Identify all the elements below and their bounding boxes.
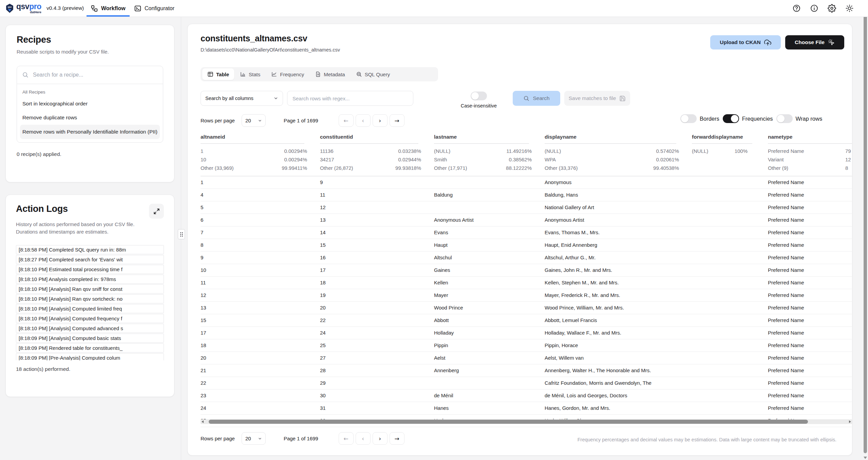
choose-file-button[interactable]: Choose File — [785, 35, 844, 49]
frequencies-toggle[interactable] — [723, 114, 739, 123]
frequency-value: 34217 — [320, 155, 334, 164]
next-page-button[interactable]: › — [373, 432, 388, 445]
cell-displayname: Gaines, John R., Mr. and Mrs. — [545, 264, 692, 276]
log-entry: [8:18:10 PM] [Analysis] Computed limited… — [16, 304, 164, 313]
tab-workflow[interactable]: Workflow — [91, 0, 126, 17]
frequency-line: (NULL)11.49216% — [434, 147, 545, 155]
scroll-left-icon[interactable] — [202, 420, 204, 423]
tab-configurator[interactable]: Configurator — [134, 0, 174, 17]
first-page-button[interactable]: ← — [339, 432, 354, 445]
cell-displayname: Haupt, Enid Annenberg — [545, 239, 692, 251]
horizontal-scrollbar[interactable] — [201, 419, 852, 424]
cell-lastname: Evans — [434, 226, 545, 239]
table-row: 1825PippinPippin, HoracePreferred Name — [201, 339, 852, 352]
cell-nametype: Preferred Name — [768, 314, 852, 326]
expand-icon — [153, 208, 160, 215]
log-entry: [8:18:10 PM] Analysis completed in: 978m… — [16, 275, 164, 284]
expand-logs-button[interactable] — [149, 204, 164, 219]
last-page-button[interactable]: → — [390, 114, 404, 127]
column-header-nametype: nametype — [768, 132, 852, 144]
log-entry: [8:18:58 PM] Completed SQL query run in:… — [16, 245, 164, 254]
first-page-button[interactable]: ← — [339, 114, 354, 127]
rows-per-page-select[interactable]: 20 — [242, 114, 266, 127]
scroll-right-icon[interactable] — [849, 420, 851, 423]
log-list[interactable]: [8:18:58 PM] Completed SQL query run in:… — [16, 245, 164, 360]
horizontal-scrollbar-thumb[interactable] — [209, 420, 808, 424]
search-column-select[interactable]: Search by all columns — [201, 91, 283, 106]
theme-icon[interactable] — [845, 4, 854, 13]
cell-nametype: Preferred Name — [768, 277, 852, 289]
column-header-displayname: displayname — [545, 132, 692, 144]
cell-forwarddisplayname — [692, 314, 768, 326]
recipe-search[interactable] — [17, 66, 163, 84]
recipe-item[interactable]: Remove duplicate rows — [20, 111, 160, 125]
previous-page-button[interactable]: ‹ — [356, 432, 371, 445]
frequency-value: Preferred Name — [768, 147, 804, 155]
cell-forwarddisplayname — [692, 352, 768, 364]
recipe-item[interactable]: Sort in lexicographical order — [20, 97, 160, 111]
search-icon — [22, 72, 29, 78]
cell-forwarddisplayname — [692, 176, 768, 188]
toggle-knob — [777, 115, 785, 122]
cell-nametype: Preferred Name — [768, 327, 852, 339]
app-version: v0.4.3 (preview) — [46, 5, 84, 11]
rows-per-page-select[interactable]: 20 — [242, 432, 266, 445]
cell-lastname: Gaines — [434, 264, 545, 276]
frequency-percent: 0.02944% — [398, 155, 421, 164]
table-header-row: altnameidconstituentidlastnamedisplaynam… — [201, 132, 852, 144]
last-page-button[interactable]: → — [390, 432, 404, 445]
frequency-summary-row: 10.00294%100.00294%Other (33,969)99.9941… — [201, 144, 852, 176]
column-header-label: altnameid — [201, 132, 304, 144]
cell-lastname: de Ménil — [434, 389, 545, 402]
view-tab-metadata[interactable]: Metadata — [310, 68, 350, 80]
borders-toggle[interactable] — [680, 114, 697, 123]
settings-icon[interactable] — [828, 4, 836, 13]
cell-constituentid: 29 — [320, 377, 434, 389]
view-tab-table[interactable]: Table — [202, 68, 234, 80]
case-insensitive-toggle[interactable] — [471, 92, 487, 100]
pane-resize-handle[interactable] — [178, 229, 185, 239]
cell-constituentid: 19 — [320, 289, 434, 301]
cell-altnameid: 17 — [201, 327, 320, 339]
cell-lastname — [434, 201, 545, 214]
frequency-line: Preferred Name79 — [768, 147, 852, 155]
frequency-percent: 99.40538% — [653, 164, 679, 172]
cell-displayname: Evans, Thomas M., Mrs. — [545, 226, 692, 239]
recipe-item[interactable]: Remove rows with Personally Identifiable… — [20, 125, 160, 139]
help-icon[interactable] — [792, 4, 801, 13]
cell-forwarddisplayname — [692, 364, 768, 377]
cell-altnameid: 8 — [201, 239, 320, 251]
cell-altnameid: 24 — [201, 402, 320, 414]
next-page-button[interactable]: › — [373, 114, 388, 127]
table-row: 1724HolladayHolladay, Wallace F., Mr. an… — [201, 327, 852, 339]
frequency-percent: 0.02061% — [656, 155, 679, 164]
window-scrollbar-thumb[interactable] — [864, 6, 867, 453]
table-row: 2027AelstAelst, Willem vanPreferred Name — [201, 352, 852, 364]
info-icon[interactable] — [810, 4, 818, 13]
pagination-bottom: Rows per page 20 Page 1 of 1699 ←‹›→ — [201, 432, 404, 445]
cell-altnameid: 6 — [201, 214, 320, 226]
regex-search-input[interactable] — [287, 91, 413, 106]
window-scrollbar[interactable] — [863, 0, 868, 460]
upload-to-ckan-button[interactable]: Upload to CKAN — [710, 35, 781, 49]
view-tab-stats[interactable]: Stats — [235, 68, 265, 80]
wrap-rows-toggle[interactable] — [776, 114, 793, 123]
previous-page-button[interactable]: ‹ — [356, 114, 371, 127]
scroll-down-icon[interactable] — [864, 457, 867, 459]
cell-altnameid: 5 — [201, 201, 320, 214]
cell-lastname — [434, 176, 545, 188]
log-entry: [8:18:09 PM] Rendered table for constitu… — [16, 343, 164, 353]
view-tabs: TableStatsFrequencyMetadataSQL Query — [201, 67, 438, 81]
view-tab-frequency[interactable]: Frequency — [266, 68, 309, 80]
table-icon — [207, 71, 213, 77]
toggle-knob — [731, 115, 738, 122]
table-row: 1017GainesGaines, John R., Mr. and Mrs.P… — [201, 264, 852, 277]
view-tab-sql-query[interactable]: SQL Query — [351, 68, 395, 80]
recipe-search-input[interactable] — [32, 72, 158, 78]
cell-nametype: Preferred Name — [768, 239, 852, 251]
cell-forwarddisplayname — [692, 239, 768, 251]
save-matches-button[interactable]: Save matches to file — [564, 91, 630, 106]
chevron-down-icon — [273, 96, 278, 101]
table-row: 2128AnnenbergAnnenberg, Walter H., The H… — [201, 364, 852, 377]
search-button[interactable]: Search — [513, 91, 560, 106]
